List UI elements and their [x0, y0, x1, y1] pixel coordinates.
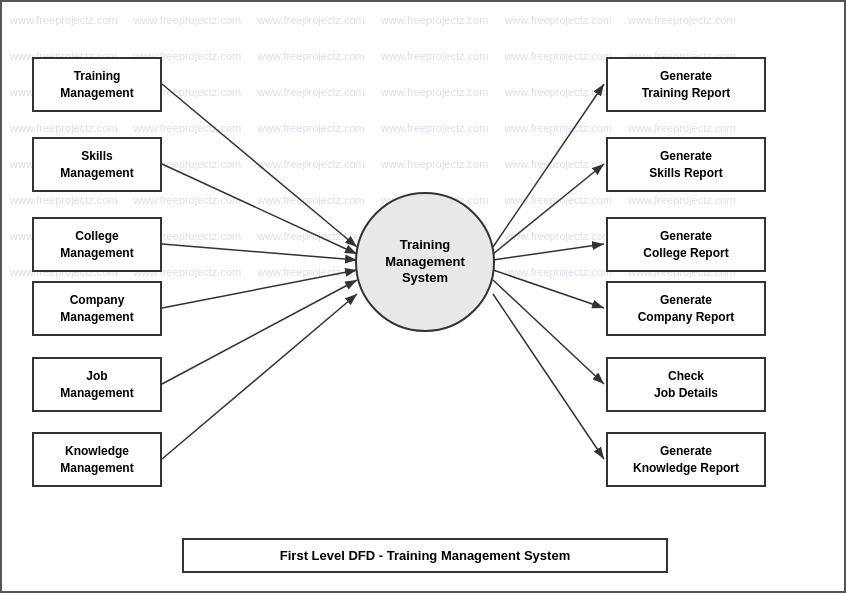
box-skills-mgmt[interactable]: SkillsManagement [32, 137, 162, 192]
box-gen-college[interactable]: GenerateCollege Report [606, 217, 766, 272]
gen-knowledge-label: GenerateKnowledge Report [633, 443, 739, 477]
gen-training-label: GenerateTraining Report [642, 68, 731, 102]
page-wrapper: www.freeprojectz.comwww.freeprojectz.com… [0, 0, 846, 593]
job-mgmt-label: JobManagement [60, 368, 133, 402]
title-box: First Level DFD - Training Management Sy… [182, 538, 668, 573]
box-company-mgmt[interactable]: CompanyManagement [32, 281, 162, 336]
box-college-mgmt[interactable]: CollegeManagement [32, 217, 162, 272]
training-mgmt-label: TrainingManagement [60, 68, 133, 102]
gen-company-label: GenerateCompany Report [638, 292, 735, 326]
skills-mgmt-label: SkillsManagement [60, 148, 133, 182]
box-gen-company[interactable]: GenerateCompany Report [606, 281, 766, 336]
gen-college-label: GenerateCollege Report [643, 228, 728, 262]
box-check-job[interactable]: CheckJob Details [606, 357, 766, 412]
box-training-mgmt[interactable]: TrainingManagement [32, 57, 162, 112]
diagram-title: First Level DFD - Training Management Sy… [280, 548, 570, 563]
box-gen-skills[interactable]: GenerateSkills Report [606, 137, 766, 192]
college-mgmt-label: CollegeManagement [60, 228, 133, 262]
box-job-mgmt[interactable]: JobManagement [32, 357, 162, 412]
center-label: Training Management System [385, 237, 464, 288]
box-gen-knowledge[interactable]: GenerateKnowledge Report [606, 432, 766, 487]
box-gen-training[interactable]: GenerateTraining Report [606, 57, 766, 112]
company-mgmt-label: CompanyManagement [60, 292, 133, 326]
check-job-label: CheckJob Details [654, 368, 718, 402]
center-circle: Training Management System [355, 192, 495, 332]
gen-skills-label: GenerateSkills Report [649, 148, 722, 182]
knowledge-mgmt-label: KnowledgeManagement [60, 443, 133, 477]
diagram: Training Management System TrainingManag… [2, 2, 846, 593]
box-knowledge-mgmt[interactable]: KnowledgeManagement [32, 432, 162, 487]
